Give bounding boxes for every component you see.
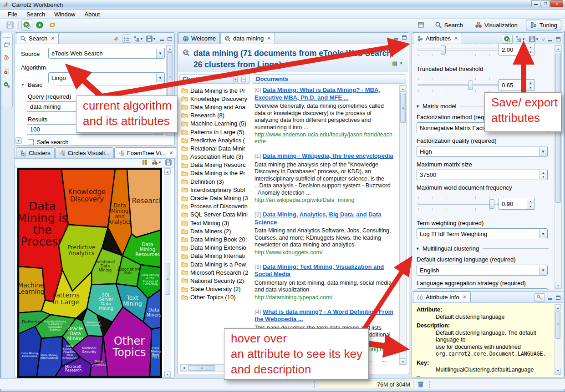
benchmark-view-button[interactable] [1, 52, 12, 63]
cluster-item[interactable]: Definition (3) [181, 177, 250, 186]
close-window-button[interactable]: ✕ [550, 0, 563, 7]
layout-button[interactable]: ▼ [392, 58, 403, 69]
color-scheme-button[interactable]: ▼ [152, 159, 162, 166]
document-title-link[interactable]: Data Mining, Analytics, Big Data, and Da… [255, 211, 381, 226]
scroll-up-icon[interactable]: ▲ [555, 45, 561, 52]
cluster-item[interactable]: Oracle Data Mining (3 [181, 194, 250, 202]
close-icon[interactable]: ✕ [169, 150, 173, 156]
chevron-down-icon[interactable]: ▼ [539, 266, 547, 275]
expand-all-icon[interactable] [232, 76, 239, 82]
tab-attribute-info[interactable]: Attribute Info✕ [413, 291, 471, 302]
factorization-quality-combo[interactable]: High▼ [417, 146, 548, 157]
spin-down-icon[interactable]: ▼ [527, 85, 534, 90]
save-view-button[interactable]: ▼ [146, 35, 157, 43]
document-title-link[interactable]: Data Mining: Text Mining, Visualization … [255, 263, 384, 278]
cluster-item[interactable]: State University (2) [181, 285, 250, 293]
scroll-down-icon[interactable]: ▼ [555, 282, 561, 288]
documents-scrollbar[interactable]: ▲ ▼ [399, 85, 407, 365]
scroll-down-icon[interactable]: ▼ [400, 358, 406, 365]
minimize-view-button[interactable] [393, 35, 399, 40]
cluster-item[interactable]: Data Mining is the Pr [181, 86, 250, 95]
show-keys-button[interactable] [534, 293, 545, 302]
scroll-up-icon[interactable]: ▲ [167, 45, 173, 52]
language-aggregation-strategy-combo[interactable]: ▼ [417, 288, 548, 290]
spin-down-icon[interactable]: ▼ [540, 175, 547, 180]
scroll-up-icon[interactable]: ▲ [555, 305, 561, 311]
cluster-item[interactable]: Association Rule (3) [181, 153, 250, 161]
cluster-item[interactable]: Data Mining is a Pow [181, 260, 250, 268]
default-clustering-language-combo[interactable]: English▼ [417, 265, 548, 276]
cluster-item[interactable]: Data Mining Resourc [181, 161, 250, 169]
close-icon[interactable]: ✕ [463, 294, 467, 300]
slider-track[interactable] [417, 203, 504, 205]
foamtree-chart[interactable]: Data Mining is the ProcessDataMining ist… [19, 169, 161, 377]
chevron-down-icon[interactable]: ▼ [539, 229, 547, 238]
tab-clusters-viz[interactable]: Clusters [16, 147, 55, 158]
tab-attributes[interactable]: Attributes✕ [413, 33, 462, 44]
cluster-item[interactable]: Data Mining Extensio [181, 244, 250, 252]
run-button[interactable] [34, 20, 45, 30]
maximize-view-button[interactable] [555, 295, 561, 301]
cluster-count-base-slider[interactable]: 2.00▲▼ [417, 44, 548, 61]
close-icon[interactable]: ✕ [267, 35, 271, 41]
cluster-item[interactable]: Patterns in Large (5) [181, 128, 250, 136]
document-url[interactable]: http://datamining.typepad.com/ [255, 294, 394, 301]
live-update-button[interactable] [502, 35, 513, 44]
status-grip[interactable] [429, 381, 430, 388]
minimize-view-button[interactable] [547, 36, 553, 42]
foamtree-scrollbar[interactable]: ▲ ▼ [164, 168, 171, 378]
cluster-item[interactable]: Research (8) [181, 111, 250, 120]
source-combo[interactable]: eTools Web Search▼ [48, 48, 165, 59]
view-menu-icon[interactable]: ▽ [542, 37, 545, 41]
scrollbar-thumb[interactable] [188, 365, 215, 371]
scrollbar-thumb[interactable] [555, 312, 560, 339]
error-log-view-button[interactable] [1, 66, 12, 77]
attribute-info-scrollbar[interactable]: ▲ ▼ [555, 304, 561, 375]
scrollbar-thumb[interactable] [165, 263, 170, 295]
menu-file[interactable]: File [4, 10, 21, 18]
tree-layout-button[interactable]: ▼ [133, 35, 144, 43]
refresh-button[interactable] [47, 20, 58, 30]
slider-value[interactable]: 0.65▲▼ [499, 79, 535, 91]
perspective-visualization[interactable]: Visualization [471, 20, 521, 30]
cluster-item[interactable]: Data Mining and Ana [181, 103, 250, 111]
document-title-link[interactable]: Data mining - Wikipedia, the free encycl… [263, 152, 393, 159]
processes-view-button[interactable] [1, 80, 12, 90]
grouping-button[interactable]: ▼ [514, 35, 526, 43]
spin-up-icon[interactable]: ▲ [527, 199, 534, 204]
spin-down-icon[interactable]: ▼ [527, 204, 534, 209]
maximize-view-button[interactable] [555, 36, 561, 42]
algorithm-combo[interactable]: Lingo▼ [48, 72, 165, 83]
save-image-icon[interactable] [165, 159, 172, 166]
cluster-item[interactable]: Interdisciplinary Subf [181, 186, 250, 194]
maximum-word-document-frequency-slider[interactable]: 0.90▲▼ [417, 193, 548, 216]
minimize-view-button[interactable] [547, 295, 553, 301]
cluster-item[interactable]: Microsoft Research (2 [181, 268, 250, 276]
scroll-down-icon[interactable]: ▼ [555, 368, 561, 374]
tab-welcome[interactable]: Welcome [178, 33, 220, 44]
spin-down-icon[interactable]: ▼ [527, 50, 534, 55]
pause-animation-icon[interactable] [142, 159, 148, 166]
tab-search[interactable]: Search✕ [16, 33, 59, 44]
tab-foamtree-visualization[interactable]: FoamTree Vi...✕ [114, 147, 177, 158]
cluster-item[interactable]: National Security (2) [181, 276, 250, 285]
chevron-down-icon[interactable]: ▼ [156, 49, 164, 58]
cluster-item[interactable]: Other Topics (10) [181, 293, 250, 302]
titlebar[interactable]: Carrot2 Workbench ▬ ❐ ✕ [0, 0, 565, 10]
safe-search-row[interactable]: Safe search [28, 139, 68, 145]
perspective-search[interactable]: Search [431, 20, 467, 30]
scrollbar-thumb[interactable] [167, 52, 173, 102]
chevron-down-icon[interactable]: ▼ [539, 289, 547, 290]
document-url[interactable]: http://www.kdnuggets.com/ [255, 249, 394, 256]
maximize-view-button[interactable] [167, 36, 173, 42]
garbage-collect-icon[interactable] [417, 381, 424, 388]
term-weighting-combo[interactable]: Log Tf Idf Term Weighting▼ [417, 228, 548, 239]
menu-about[interactable]: About [80, 10, 104, 18]
cluster-item[interactable]: Machine Learning (5) [181, 120, 250, 128]
save-toolbar-button[interactable] [5, 20, 15, 30]
cluster-item[interactable]: Data Miners (2) [181, 227, 250, 235]
close-icon[interactable]: ✕ [454, 35, 458, 41]
slider-track[interactable] [417, 84, 504, 86]
cluster-item[interactable]: Data Mining is the Pr [181, 169, 250, 177]
cluster-item[interactable]: Text Mining (3) [181, 219, 250, 227]
